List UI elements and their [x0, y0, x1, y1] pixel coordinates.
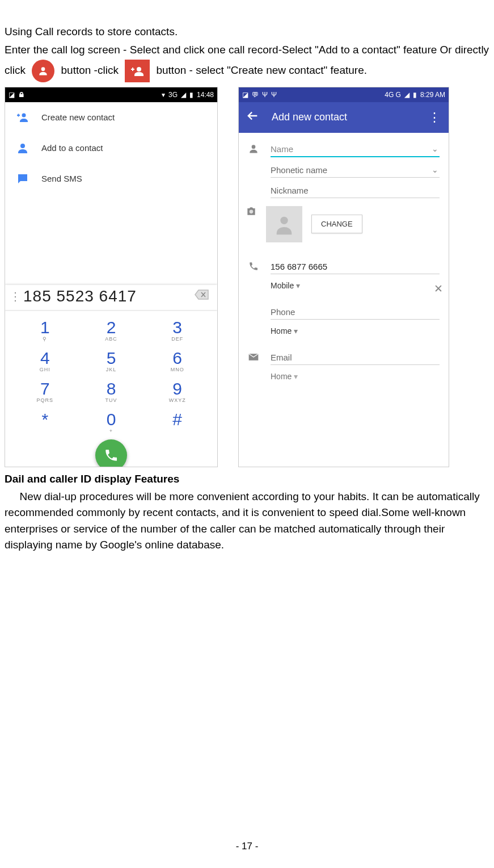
- sms-icon: [15, 171, 30, 186]
- svg-point-3: [20, 144, 25, 148]
- body-paragraph: New dial-up procedures will be more conv…: [5, 489, 489, 553]
- add-to-contact-item[interactable]: Add to a contact: [5, 133, 217, 163]
- status-bar: ◪ 💬︎ Ψ Ψ 4G G ◢ ▮ 8:29 AM: [239, 87, 449, 102]
- phone-icon: [246, 261, 261, 271]
- contact-form: Name ⌄ Phonetic name ⌄ Nickname: [239, 133, 449, 387]
- key-1[interactable]: 1⚲: [12, 315, 78, 344]
- signal-icon: ◢: [404, 91, 409, 99]
- chevron-down-icon[interactable]: ⌄: [432, 144, 438, 153]
- add-person-icon: [15, 110, 30, 125]
- call-button[interactable]: [95, 439, 127, 467]
- svg-point-5: [250, 209, 254, 213]
- network-label: 3G: [168, 91, 178, 99]
- mobile-label: Mobile: [271, 281, 294, 290]
- key-4[interactable]: 4GHI: [12, 345, 78, 375]
- key-5[interactable]: 5JKL: [78, 345, 145, 375]
- more-icon[interactable]: ⋮: [428, 110, 441, 125]
- name-field[interactable]: Name: [271, 141, 440, 157]
- battery-icon: ▮: [189, 91, 193, 99]
- instruction-line-2b: button -click: [61, 64, 119, 76]
- more-icon[interactable]: ⋮: [10, 290, 21, 303]
- svg-point-4: [252, 145, 256, 149]
- close-icon[interactable]: ✕: [434, 282, 443, 295]
- phonetic-field[interactable]: Phonetic name: [271, 162, 440, 178]
- phone-type-select[interactable]: Mobile ▾: [271, 279, 339, 293]
- section-heading: Dail and caller ID display Features: [5, 473, 489, 485]
- key-2[interactable]: 2ABC: [78, 315, 145, 344]
- add-contact-screenshot: ◪ 💬︎ Ψ Ψ 4G G ◢ ▮ 8:29 AM Add new contac…: [238, 87, 449, 467]
- dropdown-icon: ▾: [294, 372, 298, 381]
- email-type-select[interactable]: Home ▾: [271, 370, 339, 384]
- dialer-screenshot: ◪ 🔒︎ ▾ 3G ◢ ▮ 14:48 Create new contact A…: [5, 87, 218, 467]
- debug-icon: Ψ: [271, 91, 277, 99]
- dialer-input-row: ⋮ 185 5523 6417: [5, 285, 217, 310]
- clock: 14:48: [197, 91, 214, 99]
- notification-icon: ◪: [242, 91, 248, 99]
- network-label: 4G G: [385, 91, 401, 99]
- send-sms-item[interactable]: Send SMS: [5, 163, 217, 194]
- phone-field[interactable]: Phone: [271, 304, 440, 320]
- email-icon: [246, 353, 261, 362]
- photo-placeholder[interactable]: [266, 206, 302, 242]
- instruction-line-1: Using Call records to store contacts.: [5, 23, 489, 41]
- page-number: - 17 -: [0, 841, 494, 852]
- instruction-line-2c: button - select "Create new contact" fea…: [156, 64, 367, 76]
- change-button[interactable]: CHANGE: [311, 215, 362, 233]
- usb-icon: Ψ: [262, 91, 268, 99]
- wifi-icon: ▾: [162, 91, 165, 99]
- backspace-icon[interactable]: [195, 289, 209, 303]
- svg-point-6: [280, 216, 288, 224]
- add-contact-label: Add to a contact: [41, 143, 103, 153]
- key-3[interactable]: 3DEF: [144, 315, 210, 344]
- app-bar: Add new contact ⋮: [239, 102, 449, 133]
- phone-value-field[interactable]: 156 6877 6665: [271, 258, 440, 274]
- lock-icon: 🔒︎: [18, 91, 25, 99]
- dropdown-icon: ▾: [296, 281, 300, 290]
- battery-icon: ▮: [413, 91, 417, 99]
- person-icon: [15, 141, 30, 156]
- keypad: 1⚲ 2ABC 3DEF 4GHI 5JKL 6MNO 7PQRS 8TUV 9…: [5, 310, 217, 436]
- status-bar: ◪ 🔒︎ ▾ 3G ◢ ▮ 14:48: [5, 87, 217, 102]
- key-6[interactable]: 6MNO: [144, 345, 210, 375]
- sms-notif-icon: 💬︎: [252, 91, 259, 99]
- phone-type-select-2[interactable]: Home ▾: [271, 324, 339, 339]
- email-field[interactable]: Email: [271, 349, 440, 365]
- key-0[interactable]: 0+: [78, 406, 145, 436]
- person-icon: [246, 143, 261, 154]
- nickname-field[interactable]: Nickname: [271, 182, 440, 198]
- notification-icon: ◪: [9, 91, 15, 99]
- key-9[interactable]: 9WXYZ: [144, 376, 210, 405]
- create-new-contact-item[interactable]: Create new contact: [5, 102, 217, 133]
- svg-point-2: [22, 113, 26, 117]
- screenshots-row: ◪ 🔒︎ ▾ 3G ◢ ▮ 14:48 Create new contact A…: [5, 87, 489, 467]
- clock: 8:29 AM: [420, 91, 445, 99]
- send-sms-label: Send SMS: [41, 174, 82, 183]
- add-contact-icon: [125, 60, 150, 82]
- app-bar-title: Add new contact: [272, 111, 428, 123]
- key-star[interactable]: *: [12, 406, 78, 436]
- create-contact-label: Create new contact: [41, 112, 115, 122]
- svg-point-0: [41, 67, 45, 71]
- svg-point-1: [137, 67, 141, 72]
- back-icon[interactable]: [247, 110, 259, 125]
- key-8[interactable]: 8TUV: [78, 376, 145, 405]
- camera-icon: [246, 206, 257, 219]
- instruction-text: Using Call records to store contacts. En…: [5, 23, 489, 82]
- signal-icon: ◢: [181, 91, 186, 99]
- phone-number-display: 185 5523 6417: [21, 285, 195, 308]
- home-label-2: Home: [271, 372, 292, 381]
- contact-icon: [32, 60, 54, 82]
- key-7[interactable]: 7PQRS: [12, 376, 78, 405]
- key-hash[interactable]: #: [144, 406, 210, 436]
- home-label: Home: [271, 326, 292, 336]
- dropdown-icon: ▾: [294, 326, 298, 336]
- chevron-down-icon[interactable]: ⌄: [432, 165, 438, 174]
